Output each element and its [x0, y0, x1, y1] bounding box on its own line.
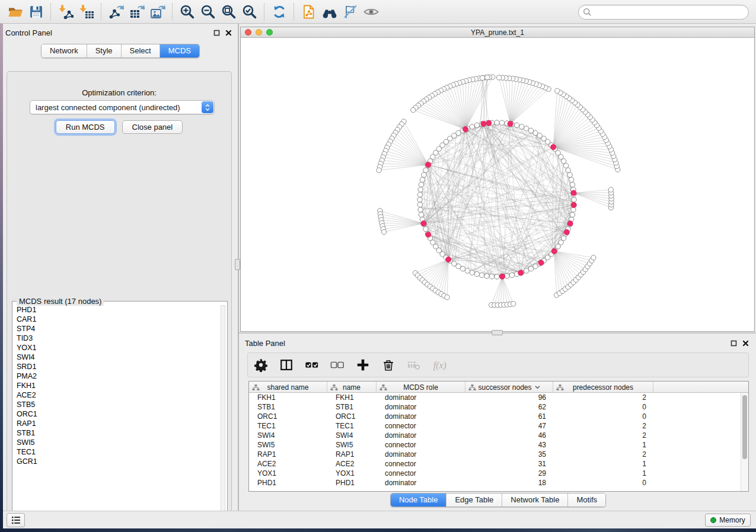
mcds-result-item[interactable]: PMA2 — [17, 371, 220, 381]
desktop-background-bottom — [0, 528, 756, 532]
mcds-result-item[interactable]: SWI5 — [17, 438, 220, 447]
table-row[interactable]: STB1STB1dominator620 — [249, 402, 741, 412]
hide-details-button[interactable] — [340, 2, 361, 22]
show-eye-button[interactable] — [361, 2, 381, 22]
mcds-list-scrollbar[interactable] — [221, 305, 225, 516]
table-row[interactable]: ORC1ORC1dominator610 — [249, 412, 741, 421]
hide-details-icon — [343, 4, 358, 20]
table-row[interactable]: RAP1RAP1dominator352 — [249, 450, 741, 459]
table-cell: PHD1 — [249, 478, 327, 488]
mcds-result-item[interactable]: TEC1 — [17, 447, 220, 457]
mcds-result-item[interactable]: SRD1 — [17, 362, 220, 371]
close-panel-button[interactable]: Close panel — [122, 120, 183, 134]
run-mcds-button[interactable]: Run MCDS — [56, 120, 115, 134]
optimization-criterion-select[interactable]: largest connected component (undirected) — [30, 100, 215, 114]
network-search-box[interactable] — [578, 5, 749, 20]
column-header-name[interactable]: name — [327, 382, 377, 393]
search-input[interactable] — [594, 7, 748, 18]
open-session-button[interactable] — [5, 2, 25, 22]
search-binoculars-button[interactable] — [319, 2, 340, 22]
mcds-result-item[interactable]: CAR1 — [17, 315, 220, 324]
table-row[interactable]: PHD1PHD1dominator180 — [249, 478, 741, 488]
columns-button[interactable] — [278, 357, 295, 373]
mcds-result-item[interactable]: STB1 — [17, 428, 220, 438]
mcds-result-item[interactable]: GCR1 — [17, 457, 220, 466]
zoom-selected-button[interactable] — [239, 2, 260, 22]
vertical-splitter-handle[interactable] — [235, 259, 240, 270]
mcds-result-item[interactable]: PHD1 — [17, 305, 220, 315]
table-toolbar: f(x) — [247, 352, 749, 377]
select-all-button[interactable] — [304, 357, 320, 373]
table-tab-motifs[interactable]: Motifs — [568, 493, 605, 507]
hierarchy-icon — [252, 384, 260, 391]
share-document-button[interactable] — [298, 2, 319, 22]
zoom-out-button[interactable] — [197, 2, 218, 22]
mcds-result-item[interactable]: STB5 — [17, 400, 220, 409]
memory-button[interactable]: Memory — [705, 514, 751, 527]
delete-row-button[interactable] — [380, 357, 397, 373]
save-session-button[interactable] — [25, 2, 46, 22]
table-cell: 61 — [465, 412, 553, 421]
table-row[interactable]: SWI4SWI4dominator462 — [249, 431, 741, 440]
close-table-panel-icon[interactable] — [742, 340, 749, 347]
import-table-button[interactable] — [76, 2, 97, 22]
export-image-button[interactable] — [147, 2, 168, 22]
table-scrollbar[interactable] — [741, 393, 748, 491]
column-header-predecessor-nodes[interactable]: predecessor nodes — [553, 382, 653, 393]
table-row[interactable]: TEC1TEC1connector472 — [249, 421, 741, 431]
table-tabs: Node TableEdge TableNetwork TableMotifs — [240, 493, 756, 507]
mcds-result-item[interactable]: ORC1 — [17, 409, 220, 419]
toolbar-separator — [101, 4, 101, 20]
float-panel-icon[interactable] — [213, 30, 220, 36]
main-toolbar — [0, 0, 756, 24]
network-window-titlebar[interactable]: YPA_prune.txt_1 — [241, 27, 754, 38]
export-network-button[interactable] — [106, 2, 126, 22]
float-table-panel-icon[interactable] — [731, 340, 737, 347]
add-row-icon — [356, 358, 370, 372]
table-cell: 2 — [553, 421, 653, 431]
horizontal-splitter-handle[interactable] — [492, 330, 503, 335]
mcds-result-item[interactable]: TID3 — [17, 334, 220, 343]
tab-mcds[interactable]: MCDS — [160, 44, 199, 57]
zoom-in-button[interactable] — [177, 2, 197, 22]
table-cell: 46 — [465, 431, 553, 440]
table-cell: STB1 — [249, 402, 327, 412]
column-header-MCDS-role[interactable]: MCDS role — [377, 382, 465, 393]
table-scrollbar-thumb[interactable] — [742, 395, 747, 459]
deselect-all-button[interactable] — [329, 357, 346, 373]
tab-select[interactable]: Select — [122, 44, 160, 57]
network-canvas[interactable] — [241, 39, 754, 331]
table-tab-node-table[interactable]: Node Table — [391, 493, 447, 507]
table-row[interactable]: YOX1YOX1connector291 — [249, 469, 741, 478]
mcds-result-item[interactable]: YOX1 — [17, 343, 220, 352]
zoom-fit-icon — [221, 4, 237, 20]
mcds-result-item[interactable]: ACE2 — [17, 390, 220, 400]
table-tab-network-table[interactable]: Network Table — [502, 493, 568, 507]
status-bar: Memory — [3, 511, 756, 528]
mcds-result-item[interactable]: STP4 — [17, 324, 220, 334]
task-history-button[interactable] — [7, 513, 25, 527]
column-header-shared-name[interactable]: shared name — [249, 382, 327, 393]
column-header-filler — [653, 382, 748, 393]
table-tab-edge-table[interactable]: Edge Table — [446, 493, 502, 507]
close-panel-icon[interactable] — [225, 30, 232, 36]
table-row[interactable]: ACE2ACE2connector311 — [249, 459, 741, 469]
import-network-button[interactable] — [55, 2, 76, 22]
add-row-button[interactable] — [355, 357, 371, 373]
gear-button[interactable] — [253, 357, 269, 373]
mcds-result-item[interactable]: RAP1 — [17, 419, 220, 428]
export-table-button[interactable] — [126, 2, 147, 22]
tab-network[interactable]: Network — [42, 44, 87, 57]
table-row[interactable]: SWI5SWI5connector431 — [249, 440, 741, 450]
zoom-fit-button[interactable] — [218, 2, 239, 22]
column-label: name — [343, 383, 361, 392]
table-cell: ORC1 — [327, 412, 377, 421]
mcds-result-item[interactable]: FKH1 — [17, 381, 220, 390]
mcds-result-item[interactable]: SWI4 — [17, 352, 220, 362]
save-session-icon — [28, 4, 44, 20]
table-row[interactable]: FKH1FKH1dominator962 — [249, 393, 741, 402]
refresh-network-button[interactable] — [269, 2, 289, 22]
tab-style[interactable]: Style — [87, 44, 122, 57]
column-header-successor-nodes[interactable]: successor nodes — [465, 382, 553, 393]
control-panel-header: Control Panel — [3, 24, 238, 41]
